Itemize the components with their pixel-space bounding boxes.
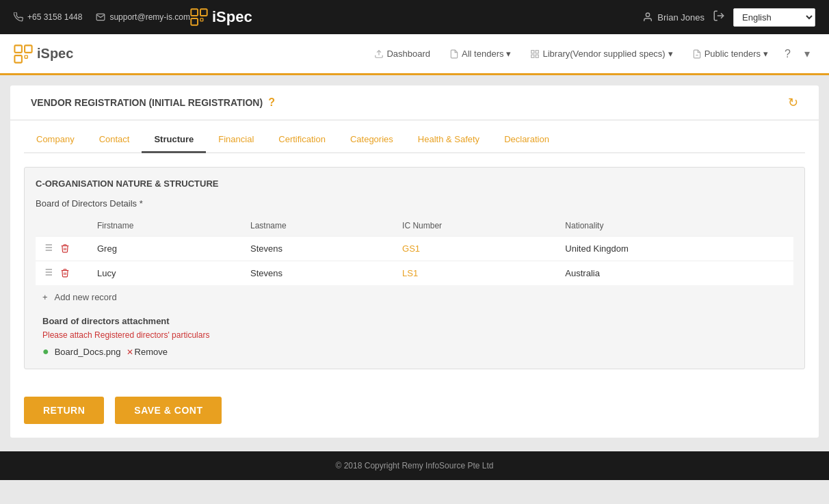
svg-rect-3	[200, 18, 203, 21]
svg-rect-8	[14, 55, 22, 63]
section-title: C-ORGANISATION NATURE & STRUCTURE	[36, 178, 793, 189]
nav-extra-button[interactable]: ▾	[799, 42, 815, 66]
table-row: Lucy Stevens LS1 Australia	[36, 261, 793, 286]
svg-rect-12	[536, 50, 539, 53]
nav-all-tenders[interactable]: All tenders ▾	[441, 43, 519, 64]
attachment-file: ● Board_Docs.png ✕Remove	[42, 345, 787, 358]
svg-rect-0	[191, 9, 198, 16]
table-row: Greg Stevens GS1 United Kingdom	[36, 237, 793, 261]
page-header: VENDOR REGISTRATION (INITIAL REGISTRATIO…	[10, 85, 819, 120]
top-bar-contact: +65 3158 1448 support@remy-is.com	[14, 12, 190, 22]
row1-ic: GS1	[395, 237, 558, 261]
username: Brian Jones	[657, 12, 705, 23]
top-logo: iSpec	[190, 8, 642, 26]
tabs: Company Contact Structure Financial Cert…	[24, 120, 805, 153]
nav-bar: iSpec Dashboard All tenders ▾ Library(Ve…	[0, 34, 829, 75]
nav-dashboard[interactable]: Dashboard	[366, 43, 438, 64]
row2-firstname: Lucy	[90, 261, 244, 286]
col-ic: IC Number	[395, 215, 558, 237]
svg-rect-11	[531, 50, 534, 53]
row1-nationality: United Kingdom	[558, 237, 793, 261]
nav-links: Dashboard All tenders ▾ Library(Vendor s…	[366, 42, 815, 66]
ispec-logo-icon	[190, 8, 208, 26]
row1-edit-button[interactable]	[42, 244, 56, 255]
footer-copyright: © 2018 Copyright Remy InfoSource Pte Ltd	[336, 461, 494, 470]
user-info: Brian Jones	[642, 12, 705, 23]
nav-logo-text: iSpec	[37, 46, 73, 62]
add-record-button[interactable]: + Add new record	[36, 285, 793, 305]
tab-financial[interactable]: Financial	[206, 127, 266, 153]
nav-library[interactable]: Library(Vendor supplied specs) ▾	[522, 43, 681, 64]
file-name: Board_Docs.png	[55, 347, 121, 357]
row2-actions	[36, 261, 90, 286]
main-content: Company Contact Structure Financial Cert…	[10, 120, 819, 438]
email-info: support@remy-is.com	[96, 12, 190, 22]
page-help-icon[interactable]: ?	[268, 96, 275, 109]
add-record-icon: +	[42, 292, 48, 302]
svg-rect-6	[14, 45, 22, 53]
tab-certification[interactable]: Certification	[266, 127, 338, 153]
row2-ic-link[interactable]: LS1	[402, 268, 418, 278]
row1-firstname: Greg	[90, 237, 244, 261]
top-bar-right: Brian Jones English French Chinese	[642, 8, 815, 27]
tab-categories[interactable]: Categories	[338, 127, 406, 153]
row1-ic-link[interactable]: GS1	[402, 243, 420, 254]
nav-public-tenders[interactable]: Public tenders ▾	[684, 43, 776, 64]
row2-edit-button[interactable]	[42, 269, 56, 280]
svg-rect-9	[25, 55, 27, 58]
svg-point-4	[646, 13, 650, 16]
row2-ic: LS1	[395, 261, 558, 286]
page-title: VENDOR REGISTRATION (INITIAL REGISTRATIO…	[31, 96, 275, 109]
user-icon	[642, 12, 653, 23]
library-chevron: ▾	[668, 49, 673, 59]
attachment-label: Board of directors attachment	[42, 316, 787, 326]
tab-health-safety[interactable]: Health & Safety	[406, 127, 492, 153]
top-logo-text: iSpec	[212, 8, 252, 26]
logout-icon	[713, 10, 725, 22]
refresh-button[interactable]: ↻	[788, 95, 798, 110]
top-bar-logo-area: iSpec	[190, 8, 642, 26]
org-structure-section: C-ORGANISATION NATURE & STRUCTURE Board …	[24, 167, 805, 369]
svg-rect-1	[200, 9, 207, 16]
svg-rect-14	[531, 55, 534, 57]
remove-label[interactable]: Remove	[135, 347, 168, 357]
phone-icon	[14, 12, 23, 22]
row1-delete-button[interactable]	[60, 244, 70, 255]
dashboard-icon	[374, 49, 384, 59]
board-details-label: Board of Directors Details *	[36, 198, 793, 209]
row1-lastname: Stevens	[244, 237, 395, 261]
save-continue-button[interactable]: SAVE & CONT	[115, 397, 222, 424]
tab-contact[interactable]: Contact	[87, 127, 142, 153]
all-tenders-chevron: ▾	[506, 49, 511, 59]
nav-public-tenders-label: Public tenders	[705, 49, 761, 59]
nav-logo: iSpec	[14, 44, 73, 64]
tab-structure[interactable]: Structure	[142, 127, 206, 153]
add-record-label: Add new record	[55, 292, 117, 302]
top-bar: +65 3158 1448 support@remy-is.com iSpec …	[0, 0, 829, 34]
remove-x-icon: ✕	[127, 347, 133, 357]
row2-delete-button[interactable]	[60, 269, 70, 280]
col-nationality: Nationality	[558, 215, 793, 237]
page-title-text: VENDOR REGISTRATION (INITIAL REGISTRATIO…	[31, 97, 263, 108]
email-icon	[96, 12, 105, 22]
attachment-section: Board of directors attachment Please att…	[36, 316, 793, 358]
col-lastname: Lastname	[244, 215, 395, 237]
return-button[interactable]: RETURN	[24, 397, 104, 424]
tab-company[interactable]: Company	[24, 127, 87, 153]
row2-lastname: Stevens	[244, 261, 395, 286]
remove-link[interactable]: ✕Remove	[127, 347, 168, 357]
nav-dashboard-label: Dashboard	[386, 49, 430, 59]
language-selector[interactable]: English French Chinese	[733, 8, 815, 27]
row1-actions	[36, 237, 90, 261]
nav-library-label: Library(Vendor supplied specs)	[542, 49, 665, 59]
board-table: Firstname Lastname IC Number Nationality	[36, 215, 793, 285]
public-tenders-chevron: ▾	[763, 49, 768, 59]
file-out-icon	[692, 49, 702, 59]
tab-declaration[interactable]: Declaration	[492, 127, 562, 153]
svg-rect-7	[25, 45, 32, 53]
button-row: RETURN SAVE & CONT	[24, 383, 805, 424]
footer: © 2018 Copyright Remy InfoSource Pte Ltd	[0, 451, 829, 480]
phone-number: +65 3158 1448	[27, 12, 82, 22]
nav-help-button[interactable]: ?	[779, 42, 796, 66]
logout-button[interactable]	[713, 10, 725, 25]
